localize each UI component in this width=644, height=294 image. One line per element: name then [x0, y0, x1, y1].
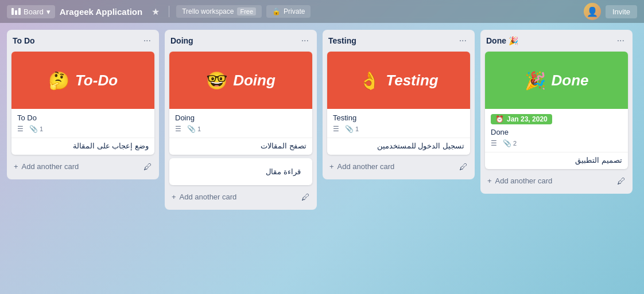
add-card-button-testing[interactable]: + Add another card 🖊 — [327, 158, 470, 175]
board-icon-bar2 — [15, 10, 17, 15]
add-card-button-done[interactable]: + Add another card 🖊 — [485, 173, 628, 189]
plus-icon-todo: + — [14, 162, 18, 171]
card-meta-attach-doing-1: 📎 1 — [187, 125, 201, 133]
card-todo-1[interactable]: 🤔 To-Do To Do ☰ 📎 1 وضع إعجاب على المقال… — [11, 52, 154, 155]
add-card-label-done: Add another card — [495, 177, 553, 185]
plus-icon-done: + — [487, 177, 492, 185]
clock-icon: ⏰ — [495, 115, 504, 123]
attach-count-testing-1: 1 — [355, 126, 359, 132]
board-icon-bar3 — [18, 8, 21, 15]
list-header-doing: Doing ··· — [169, 34, 312, 47]
list-done: Done 🎉 ··· 🎉 Done ⏰ Jan 23, 2020 Done ☰ … — [480, 30, 633, 194]
card-meta-list-done-1: ☰ — [491, 139, 497, 147]
list-menu-button-doing[interactable]: ··· — [299, 34, 311, 47]
avatar: 👤 — [584, 3, 601, 20]
board-icon-bar1 — [11, 8, 14, 15]
card-subtitle-doing-1: تصفح المقالات — [169, 138, 312, 155]
card-meta-attach-done-1: 📎 2 — [503, 139, 517, 147]
workspace-label: Trello workspace — [182, 7, 234, 15]
list-title-todo: To Do — [13, 36, 35, 45]
board-button[interactable]: Board ▾ — [7, 5, 55, 18]
card-banner-emoji-testing-1: 👌 — [359, 70, 380, 91]
template-icon-doing: 🖊 — [301, 192, 310, 202]
attach-count-todo-1: 1 — [40, 126, 43, 132]
card-banner-emoji-doing-1: 🤓 — [206, 70, 227, 91]
plus-icon-testing: + — [329, 162, 334, 171]
card-banner-text-doing-1: Doing — [233, 72, 276, 89]
workspace-button[interactable]: Trello workspace Free — [176, 5, 262, 18]
add-card-label-testing: Add another card — [337, 162, 395, 171]
list-todo: To Do ··· 🤔 To-Do To Do ☰ 📎 1 وضع إعجاب … — [7, 30, 159, 179]
add-card-button-doing[interactable]: + Add another card 🖊 — [169, 189, 312, 205]
add-card-label-todo: Add another card — [22, 162, 79, 171]
date-badge-done-1: ⏰ Jan 23, 2020 — [491, 114, 552, 124]
list-title-done: Done 🎉 — [486, 36, 518, 45]
list-header-todo: To Do ··· — [11, 34, 154, 47]
add-card-label-doing: Add another card — [180, 193, 237, 201]
invite-button[interactable]: Invite — [606, 5, 637, 18]
template-icon-done: 🖊 — [617, 176, 626, 186]
list-menu-button-done[interactable]: ··· — [615, 34, 627, 47]
card-banner-text-testing-1: Testing — [386, 72, 438, 89]
list-menu-button-todo[interactable]: ··· — [141, 34, 153, 47]
list-menu-button-testing[interactable]: ··· — [457, 34, 469, 47]
list-icon: ☰ — [491, 139, 497, 147]
add-card-button-todo[interactable]: + Add another card 🖊 — [11, 158, 154, 175]
star-icon: ★ — [152, 7, 160, 17]
invite-label: Invite — [612, 7, 630, 16]
card-title-doing-1: Doing — [175, 113, 307, 122]
page-title: Arageek Application — [60, 7, 142, 17]
free-badge: Free — [237, 7, 256, 15]
list-title-doing: Doing — [170, 36, 193, 45]
list-testing: Testing ··· 👌 Testing Testing ☰ 📎 1 تسجي… — [323, 30, 475, 179]
card-meta-list-doing-1: ☰ — [175, 125, 181, 133]
card-title-done-1: Done — [491, 128, 622, 136]
card-meta-attach-todo-1: 📎 1 — [29, 125, 43, 133]
card-body-done-1: ⏰ Jan 23, 2020 Done ☰ 📎 2 — [485, 109, 628, 152]
card-meta-attach-testing-1: 📎 1 — [345, 125, 359, 133]
lock-icon: 🔒 — [272, 7, 281, 15]
card-subtitle-todo-1: وضع إعجاب على المقالة — [11, 138, 154, 155]
card-title-todo-1: To Do — [17, 113, 149, 122]
list-title-testing: Testing — [328, 36, 356, 45]
card-banner-emoji-done-1: 🎉 — [525, 70, 546, 91]
date-text-done-1: Jan 23, 2020 — [507, 115, 548, 123]
header: Board ▾ Arageek Application ★ Trello wor… — [0, 0, 644, 23]
card-subtitle-doing-2: قراءة مقال — [175, 163, 307, 181]
card-meta-list-testing-1: ☰ — [333, 125, 339, 133]
divider — [169, 6, 169, 17]
card-banner-doing-1: 🤓 Doing — [169, 52, 312, 109]
card-doing-2[interactable]: قراءة مقال — [169, 158, 312, 185]
board-label: Board — [24, 7, 44, 16]
card-body-todo-1: To Do ☰ 📎 1 — [11, 109, 154, 138]
card-subtitle-testing-1: تسجيل الدخول للمستخدمين — [327, 138, 470, 155]
card-meta-doing-1: ☰ 📎 1 — [175, 125, 307, 133]
attachment-icon: 📎 — [503, 139, 511, 147]
card-banner-done-1: 🎉 Done — [485, 52, 628, 109]
card-meta-list-todo-1: ☰ — [17, 125, 24, 133]
card-banner-emoji-todo-1: 🤔 — [48, 70, 69, 91]
card-subtitle-done-1: تصميم التطبيق — [485, 152, 628, 169]
plus-icon-doing: + — [172, 193, 176, 201]
card-banner-testing-1: 👌 Testing — [327, 52, 470, 109]
private-label: Private — [284, 7, 305, 15]
card-meta-todo-1: ☰ 📎 1 — [17, 125, 149, 133]
attach-count-done-1: 2 — [513, 140, 517, 147]
list-header-done: Done 🎉 ··· — [485, 34, 628, 47]
card-done-1[interactable]: 🎉 Done ⏰ Jan 23, 2020 Done ☰ 📎 2 تصميم ا… — [485, 52, 628, 169]
card-meta-testing-1: ☰ 📎 1 — [333, 125, 464, 133]
attach-count-doing-1: 1 — [197, 126, 201, 132]
list-doing: Doing ··· 🤓 Doing Doing ☰ 📎 1 تصفح المقا… — [165, 30, 317, 210]
card-testing-1[interactable]: 👌 Testing Testing ☰ 📎 1 تسجيل الدخول للم… — [327, 52, 470, 155]
card-body-doing-2: قراءة مقال — [169, 158, 312, 185]
private-button[interactable]: 🔒 Private — [266, 5, 311, 18]
template-icon-todo: 🖊 — [143, 162, 152, 171]
star-button[interactable]: ★ — [149, 5, 162, 18]
chevron-down-icon: ▾ — [46, 7, 51, 16]
card-doing-1[interactable]: 🤓 Doing Doing ☰ 📎 1 تصفح المقالات — [169, 52, 312, 155]
list-icon: ☰ — [17, 125, 24, 133]
board-icon — [11, 8, 21, 15]
card-body-doing-1: Doing ☰ 📎 1 — [169, 109, 312, 138]
attachment-icon: 📎 — [345, 125, 354, 133]
card-banner-text-done-1: Done — [552, 72, 589, 89]
